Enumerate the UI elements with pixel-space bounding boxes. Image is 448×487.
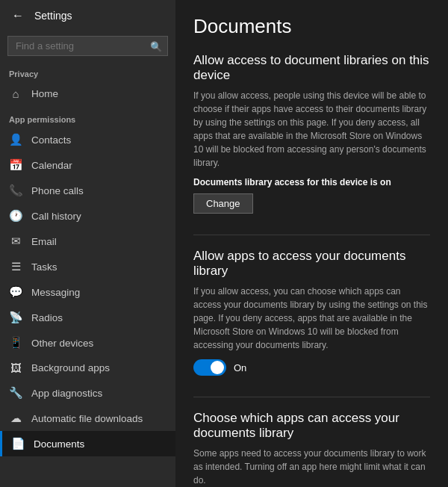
sidebar-item-tasks[interactable]: ☰ Tasks bbox=[0, 254, 175, 279]
sidebar-item-contacts[interactable]: 👤 Contacts bbox=[0, 127, 175, 152]
app-access-desc: If you allow access, you can choose whic… bbox=[193, 285, 430, 352]
calendar-icon: 📅 bbox=[9, 158, 22, 172]
sidebar-item-label: Email bbox=[31, 236, 57, 247]
email-icon: ✉ bbox=[9, 235, 22, 248]
sidebar-item-messaging[interactable]: 💬 Messaging bbox=[0, 279, 175, 305]
sidebar-item-label: Tasks bbox=[31, 261, 57, 273]
sidebar-item-label: Automatic file downloads bbox=[31, 413, 143, 424]
app-permissions-label: App permissions bbox=[0, 106, 175, 127]
search-icon: 🔍 bbox=[150, 40, 162, 52]
sidebar: ← Settings 🔍 Privacy ⌂ Home App permissi… bbox=[0, 0, 175, 487]
sidebar-item-call-history[interactable]: 🕐 Call history bbox=[0, 203, 175, 229]
history-icon: 🕐 bbox=[9, 209, 22, 223]
sidebar-item-automatic-file-downloads[interactable]: ☁ Automatic file downloads bbox=[0, 406, 175, 431]
sidebar-item-label: App diagnostics bbox=[31, 388, 102, 399]
search-input[interactable] bbox=[7, 36, 168, 56]
sidebar-item-other-devices[interactable]: 📱 Other devices bbox=[0, 330, 175, 356]
sidebar-item-label: Call history bbox=[31, 211, 81, 222]
sidebar-item-label: Messaging bbox=[31, 287, 80, 298]
search-box: 🔍 bbox=[7, 36, 168, 56]
sidebar-item-label: Documents bbox=[34, 438, 84, 450]
sidebar-item-label: Home bbox=[31, 88, 58, 99]
app-access-toggle-row: On bbox=[193, 359, 430, 376]
sidebar-item-documents[interactable]: 📄 Documents bbox=[0, 431, 175, 456]
main-content: Documents Allow access to document libra… bbox=[175, 0, 448, 487]
sidebar-item-label: Radios bbox=[31, 312, 63, 323]
sidebar-item-label: Other devices bbox=[31, 338, 93, 349]
device-access-desc: If you allow access, people using this d… bbox=[193, 89, 430, 170]
app-access-toggle-label: On bbox=[234, 362, 246, 373]
sidebar-item-email[interactable]: ✉ Email bbox=[0, 229, 175, 254]
page-title: Documents bbox=[193, 15, 430, 38]
divider-2 bbox=[193, 397, 430, 397]
background-apps-icon: 🖼 bbox=[9, 362, 22, 374]
change-button[interactable]: Change bbox=[193, 193, 253, 214]
messaging-icon: 💬 bbox=[9, 285, 22, 299]
device-access-heading: Allow access to document libraries on th… bbox=[193, 53, 430, 83]
app-access-heading: Allow apps to access your documents libr… bbox=[193, 249, 430, 279]
sidebar-item-label: Background apps bbox=[31, 362, 110, 373]
privacy-label: Privacy bbox=[0, 61, 175, 81]
app-access-section: Allow apps to access your documents libr… bbox=[193, 249, 430, 376]
sidebar-header: ← Settings bbox=[0, 0, 175, 31]
sidebar-item-background-apps[interactable]: 🖼 Background apps bbox=[0, 356, 175, 380]
device-access-section: Allow access to document libraries on th… bbox=[193, 53, 430, 214]
sidebar-item-app-diagnostics[interactable]: 🔧 App diagnostics bbox=[0, 380, 175, 406]
choose-apps-heading: Choose which apps can access your docume… bbox=[193, 411, 430, 441]
choose-apps-section: Choose which apps can access your docume… bbox=[193, 411, 430, 487]
sidebar-item-phone-calls[interactable]: 📞 Phone calls bbox=[0, 178, 175, 203]
documents-icon: 📄 bbox=[11, 437, 25, 450]
divider-1 bbox=[193, 235, 430, 235]
app-access-toggle[interactable] bbox=[193, 359, 226, 376]
sidebar-item-label: Phone calls bbox=[31, 185, 84, 196]
diagnostics-icon: 🔧 bbox=[9, 386, 22, 400]
device-access-status: Documents library access for this device… bbox=[193, 177, 430, 187]
sidebar-item-label: Calendar bbox=[31, 160, 72, 171]
sidebar-item-radios[interactable]: 📡 Radios bbox=[0, 305, 175, 330]
sidebar-item-home[interactable]: ⌂ Home bbox=[0, 81, 175, 106]
sidebar-item-label: Contacts bbox=[31, 134, 71, 146]
phone-icon: 📞 bbox=[9, 184, 22, 197]
back-button[interactable]: ← bbox=[9, 7, 27, 24]
choose-apps-desc: Some apps need to access your documents … bbox=[193, 447, 430, 487]
home-icon: ⌂ bbox=[9, 87, 22, 100]
other-devices-icon: 📱 bbox=[9, 336, 22, 350]
downloads-icon: ☁ bbox=[9, 412, 22, 425]
sidebar-item-calendar[interactable]: 📅 Calendar bbox=[0, 152, 175, 178]
tasks-icon: ☰ bbox=[9, 260, 22, 273]
radios-icon: 📡 bbox=[9, 311, 22, 324]
app-title: Settings bbox=[34, 10, 72, 22]
contacts-icon: 👤 bbox=[9, 133, 22, 146]
